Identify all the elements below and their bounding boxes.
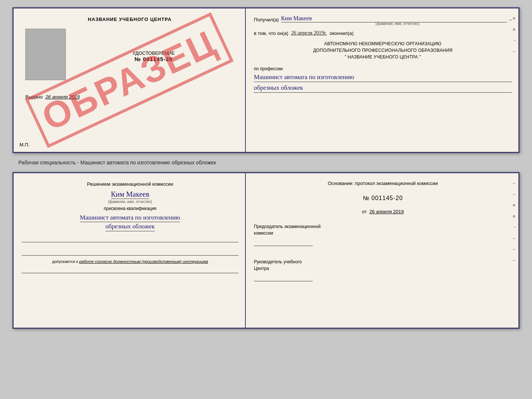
top-doc-right: Получил(а) Ким Макеев – (фамилия, имя, о… [246,8,518,152]
protocol-number: № 001145-20 [254,195,512,202]
vtom-label: в том, что он(а) [254,31,288,36]
profession-line1: Машинист автомата по изготовлению [254,73,512,82]
bmark-4: – [513,247,517,251]
dopuskaetsya-italic: работе согласно должностным (производств… [79,259,208,264]
signature-line-2 [22,248,238,256]
bmark-1: – [513,181,517,185]
recipient-name: Ким Макеев [281,15,507,22]
protocol-date: от 26 апреля 2019 [254,209,512,214]
rukovoditel-block: Руководитель учебного Центра [254,259,512,283]
photo-placeholder [25,29,66,80]
qual-line2: обрезных обложек [105,222,155,231]
mp-label: М.П. [19,142,29,147]
org-line1: АВТОНОМНУЮ НЕКОММЕРЧЕСКУЮ ОРГАНИЗАЦИЮ [254,40,512,47]
osnov-label: Основание: протокол экзаменационной коми… [254,180,512,188]
predsedatel-line1: Председатель экзаменационной [254,223,512,230]
bottom-right-side-marks: – – и а ← – – – [513,181,517,262]
bottom-document: Решением экзаменационной комиссии Ким Ма… [12,172,520,329]
udostoverenie-block: УДОСТОВЕРЕНИЕ № 001145-20 [132,50,175,62]
bottom-lines [22,235,238,256]
bmark-a: а [513,214,517,218]
dopuskaetsya-prefix: допускается к [52,259,79,264]
bottom-doc-left: Решением экзаменационной комиссии Ким Ма… [14,173,246,328]
dopuskaetsya-underline [22,266,238,273]
chairman-sign-line [254,238,313,246]
rukovoditel-line2: Центра [254,265,512,272]
top-document: НАЗВАНИЕ УЧЕБНОГО ЦЕНТРА УДОСТОВЕРЕНИЕ №… [12,7,520,153]
vydano-label: Выдано [25,94,43,100]
org-line3: " НАЗВАНИЕ УЧЕБНОГО ЦЕНТРА " [254,54,512,60]
bmark-2: – [513,192,517,196]
profession-block: по профессии Машинист автомата по изгото… [254,66,512,93]
bottom-doc-right: Основание: протокол экзаменационной коми… [246,173,518,328]
between-text: Рабочая специальность - Машинист автомат… [18,160,216,165]
vydano-date: 26 апреля 2019 [46,94,80,100]
completion-date: 26 апреля 2019г. [291,30,327,36]
rukovoditel-line1: Руководитель учебного [254,259,512,265]
rukovoditel-sign-line [254,273,313,281]
ot-label: от [362,209,367,214]
top-left-title: НАЗВАНИЕ УЧЕБНОГО ЦЕНТРА [88,17,172,22]
top-doc-left: НАЗВАНИЕ УЧЕБНОГО ЦЕНТРА УДОСТОВЕРЕНИЕ №… [14,8,246,152]
ot-date: 26 апреля 2019 [370,209,404,214]
vydano-line: Выдано 26 апреля 2019 [25,94,80,100]
profession-line2: обрезных обложек [254,83,512,93]
bmark-3: – [513,236,517,240]
recipient-line: Получил(а) Ким Макеев – [254,15,512,22]
dopuskaetsya-block: допускается к работе согласно должностны… [52,259,208,264]
fio-sub-bottom: (фамилия, имя, отчество) [108,200,152,204]
signature-line-1 [22,235,238,242]
komissia-title: Решением экзаменационной комиссии [87,181,173,188]
osnov-block: Основание: протокол экзаменационной коми… [254,180,512,188]
udostoverenie-label: УДОСТОВЕРЕНИЕ [132,50,175,56]
po-professii-label: по профессии [254,66,283,71]
predsedatel-line2: комиссии [254,230,512,236]
komissia-line1: Решением экзаменационной комиссии [87,181,173,187]
org-block: АВТОНОМНУЮ НЕКОММЕРЧЕСКУЮ ОРГАНИЗАЦИЮ ДО… [254,40,512,60]
prisvoena-text: присвоена квалификация [104,206,157,211]
recipient-section: Получил(а) Ким Макеев – (фамилия, имя, о… [254,15,512,26]
chairman-block: Председатель экзаменационной комиссии [254,223,512,247]
date-line: в том, что он(а) 26 апреля 2019г. окончи… [254,30,512,36]
org-line2: ДОПОЛНИТЕЛЬНОГО ПРОФЕССИОНАЛЬНОГО ОБРАЗО… [254,47,512,54]
mark-i: и [513,16,517,20]
dash1: – [509,17,512,22]
certificate-number: № 001145-20 [132,56,175,62]
qual-line1: Машинист автомата по изготовлению [80,213,180,222]
bmark-arrow: ← [513,225,517,229]
bmark-i: и [513,203,517,207]
poluchil-label: Получил(а) [254,17,279,22]
person-name: Ким Макеев [111,190,150,199]
mark-a: а [513,27,517,31]
mark-arrow: ← [513,38,517,42]
okonchil-label: окончил(а) [330,31,353,36]
bmark-5: – [513,258,517,262]
mark-dash: – [513,49,517,53]
right-side-marks: и а ← – [513,16,517,53]
